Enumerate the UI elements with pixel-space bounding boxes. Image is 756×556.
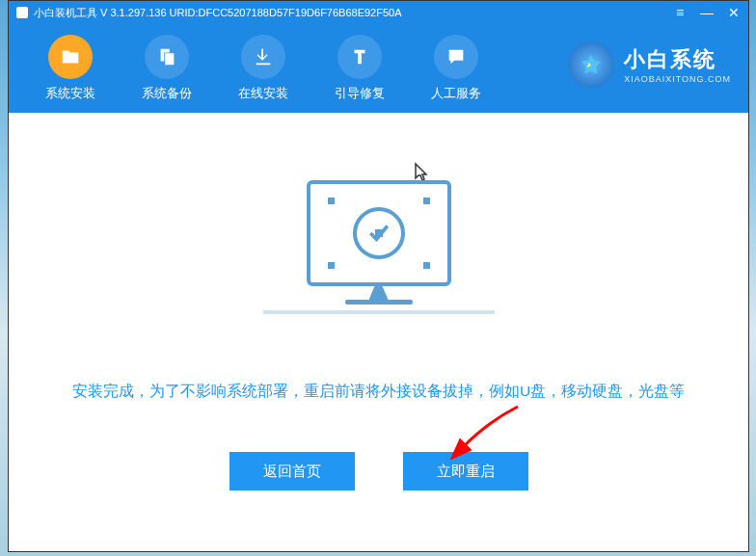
success-graphic [283, 180, 475, 314]
tool-label: 系统安装 [45, 85, 95, 102]
brand-name: 小白系统 [624, 45, 731, 74]
titlebar: 小白装机工具 V 3.1.297.136 URID:DFCC5207188D57… [9, 1, 748, 24]
repair-icon [338, 35, 382, 79]
app-icon [16, 7, 28, 18]
tool-label: 系统备份 [142, 85, 192, 102]
tool-system-backup[interactable]: 系统备份 [119, 35, 215, 102]
content-area: 安装完成，为了不影响系统部署，重启前请将外接设备拔掉，例如U盘，移动硬盘，光盘等… [9, 113, 748, 551]
window-title: 小白装机工具 V 3.1.297.136 URID:DFCC5207188D57… [34, 6, 402, 20]
copy-icon [145, 35, 189, 79]
toolbar: 系统安装 系统备份 在线安装 引导修复 人工服务 [9, 24, 748, 113]
close-icon[interactable]: ✕ [725, 5, 742, 20]
menu-icon[interactable]: ≡ [671, 5, 688, 20]
app-window: 小白装机工具 V 3.1.297.136 URID:DFCC5207188D57… [8, 0, 749, 552]
brand-subtitle: XIAOBAIXITONG.COM [624, 74, 731, 84]
annotation-arrow-icon [450, 402, 527, 460]
monitor-icon [307, 180, 451, 286]
chat-icon [434, 35, 478, 79]
tool-system-install[interactable]: 系统安装 [22, 35, 119, 102]
brand: 小白系统 XIAOBAIXITONG.COM [568, 41, 731, 88]
download-icon [241, 35, 285, 79]
window-controls: ≡ — ✕ [671, 1, 742, 24]
tool-online-install[interactable]: 在线安装 [215, 35, 311, 102]
tool-human-service[interactable]: 人工服务 [408, 35, 504, 102]
tool-label: 在线安装 [238, 85, 288, 102]
tool-boot-repair[interactable]: 引导修复 [311, 35, 408, 102]
completion-message: 安装完成，为了不影响系统部署，重启前请将外接设备拔掉，例如U盘，移动硬盘，光盘等 [43, 382, 714, 402]
button-row: 返回首页 立即重启 [230, 452, 528, 490]
back-home-button[interactable]: 返回首页 [230, 452, 355, 490]
minimize-icon[interactable]: — [698, 5, 716, 20]
checkmark-icon [353, 207, 405, 259]
brand-logo-icon [568, 41, 614, 88]
tool-label: 引导修复 [335, 85, 385, 102]
folder-icon [48, 35, 93, 79]
restart-now-button[interactable]: 立即重启 [403, 452, 528, 490]
tool-label: 人工服务 [431, 85, 481, 102]
